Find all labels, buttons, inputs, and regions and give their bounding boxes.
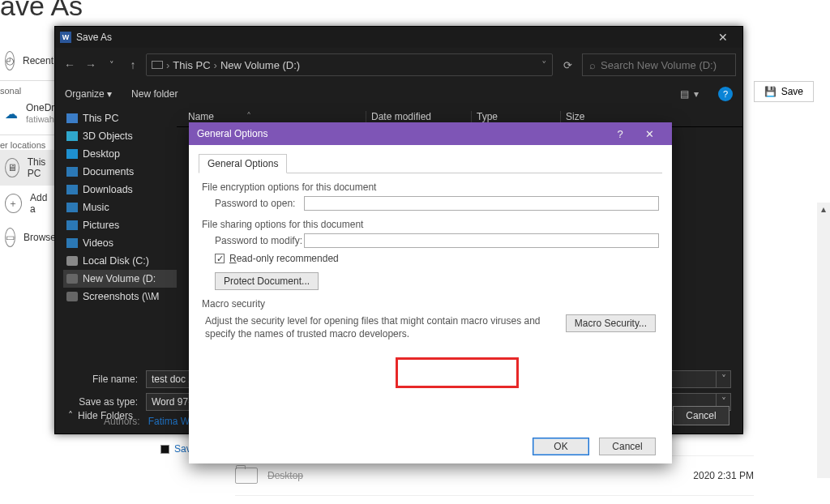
tree-videos[interactable]: Videos	[63, 234, 177, 252]
filename-label: File name:	[66, 374, 138, 385]
chevron-right-icon: ›	[166, 59, 169, 71]
pictures-icon	[66, 220, 78, 230]
protect-document-button[interactable]: Protect Document...	[215, 272, 319, 290]
crumb-thispc[interactable]: This PC	[173, 59, 210, 71]
tree-documents[interactable]: Documents	[63, 163, 177, 181]
organize-menu[interactable]: Organize ▾	[65, 88, 112, 100]
macro-security-button[interactable]: Macro Security...	[566, 314, 656, 332]
tree-newvolume[interactable]: New Volume (D:	[63, 270, 177, 288]
backstage-sidebar: ◴Recent sonal ☁OneDrifatiwaha er locatio…	[0, 45, 57, 254]
downloads-icon	[66, 185, 78, 194]
thispc-label: This PC	[28, 156, 52, 179]
tree-music[interactable]: Music	[63, 199, 177, 216]
sort-indicator-icon: ˄	[246, 111, 251, 122]
checkbox-icon[interactable]	[160, 445, 169, 454]
col-size[interactable]: Size	[560, 111, 625, 122]
crumb-newvolume[interactable]: New Volume (D:)	[220, 59, 300, 71]
file-row-date: 2020 2:31 PM	[693, 470, 754, 481]
plus-icon: ＋	[5, 194, 22, 213]
music-icon	[66, 203, 78, 212]
thispc-item[interactable]: 🖥This PC	[0, 150, 57, 186]
tab-strip: General Options	[199, 153, 662, 173]
search-input[interactable]: ⌕ Search New Volume (D:)	[582, 53, 736, 76]
password-modify-field[interactable]	[304, 233, 659, 248]
password-open-label: Password to open:	[215, 198, 304, 209]
readonly-recommended-check[interactable]: ✓ RRead-only recommendedead-only recomme…	[215, 253, 659, 264]
disk-icon	[66, 292, 78, 301]
password-open-field[interactable]	[304, 196, 659, 211]
help-icon[interactable]: ?	[605, 128, 635, 140]
recent-nav-icon[interactable]: ˅	[104, 60, 120, 70]
scrollbar[interactable]: ▴	[817, 203, 830, 478]
browse-label: Browse	[24, 232, 56, 243]
tree-3dobjects[interactable]: 3D Objects	[63, 127, 177, 145]
desktop-icon	[66, 149, 78, 159]
col-date[interactable]: Date modified	[366, 111, 471, 122]
general-options-dialog: General Options ? ✕ General Options File…	[189, 122, 672, 463]
pc-icon	[66, 113, 78, 123]
save-button[interactable]: 💾Save	[754, 81, 814, 102]
chevron-down-icon[interactable]: ˅	[541, 59, 547, 71]
col-name[interactable]: Name˄	[183, 111, 366, 122]
refresh-icon[interactable]: ⟳	[558, 59, 577, 71]
folder-icon: ▭	[5, 228, 15, 247]
folder-icon	[235, 468, 258, 484]
save-btn-label: Save	[781, 86, 803, 97]
disk-icon	[66, 274, 78, 284]
help-icon[interactable]: ?	[718, 87, 733, 101]
addplace-label: Add a	[30, 192, 52, 215]
back-icon[interactable]: ←	[62, 58, 78, 71]
videos-icon	[66, 238, 78, 248]
pc-icon: 🖥	[5, 158, 19, 177]
onedrive-item[interactable]: ☁OneDrifatiwaha	[0, 96, 57, 131]
hide-folders-button[interactable]: ˄Hide Folders	[68, 410, 133, 421]
view-icon: ▤	[680, 88, 689, 100]
newfolder-button[interactable]: New folder	[131, 88, 178, 100]
chevron-right-icon: ›	[214, 59, 217, 71]
go-titlebar: General Options ? ✕	[189, 122, 672, 145]
disk-icon	[66, 256, 78, 266]
cancel-button[interactable]: Cancel	[673, 406, 729, 425]
tree-screenshots[interactable]: Screenshots (\\M	[63, 288, 177, 305]
tree-pictures[interactable]: Pictures	[63, 216, 177, 234]
readonly-label: RRead-only recommendedead-only recommend…	[229, 253, 339, 264]
file-row-name: Desktop	[267, 470, 303, 481]
word-icon: W	[60, 32, 71, 43]
close-icon[interactable]: ✕	[635, 128, 664, 140]
tree-desktop[interactable]: Desktop	[63, 145, 177, 163]
go-title: General Options	[197, 128, 267, 139]
col-type[interactable]: Type	[471, 111, 560, 122]
checkbox-icon[interactable]: ✓	[215, 254, 225, 263]
documents-icon	[66, 167, 78, 177]
up-icon[interactable]: ↑	[125, 58, 141, 71]
search-icon: ⌕	[589, 59, 596, 71]
nav-bar: ← → ˅ ↑ › This PC › New Volume (D:) ˅ ⟳ …	[55, 48, 742, 82]
forward-icon[interactable]: →	[83, 58, 99, 71]
dropdown-icon[interactable]: ˅	[717, 370, 731, 388]
pc-icon	[152, 61, 163, 69]
file-encryption-header: File encryption options for this documen…	[202, 182, 659, 193]
macro-security-text: Adjust the security level for opening fi…	[205, 314, 558, 340]
folder-tree[interactable]: This PC 3D Objects Desktop Documents Dow…	[55, 106, 177, 359]
caret-down-icon: ▾	[694, 88, 699, 100]
file-sharing-header: File sharing options for this document	[202, 219, 659, 230]
close-icon[interactable]: ✕	[708, 31, 738, 44]
recent-item[interactable]: ◴Recent	[0, 45, 57, 77]
page-title: ave As	[0, 0, 83, 22]
tree-thispc[interactable]: This PC	[63, 109, 177, 127]
scroll-up-icon[interactable]: ▴	[817, 203, 830, 216]
dialog-titlebar: W Save As ✕	[55, 27, 742, 48]
tab-general-options[interactable]: General Options	[199, 154, 287, 173]
browse-item[interactable]: ▭Browse	[0, 221, 57, 254]
tree-localdisk[interactable]: Local Disk (C:)	[63, 252, 177, 270]
search-placeholder: Search New Volume (D:)	[601, 59, 717, 71]
cancel-button[interactable]: Cancel	[599, 438, 656, 455]
tree-downloads[interactable]: Downloads	[63, 181, 177, 199]
addplace-item[interactable]: ＋Add a	[0, 186, 57, 221]
go-footer: OK Cancel	[189, 438, 672, 455]
caret-down-icon: ▾	[107, 88, 112, 100]
ok-button[interactable]: OK	[533, 438, 589, 455]
section-personal: sonal	[0, 80, 57, 96]
address-bar[interactable]: › This PC › New Volume (D:) ˅	[146, 53, 553, 76]
view-menu[interactable]: ▤▾	[680, 88, 699, 100]
